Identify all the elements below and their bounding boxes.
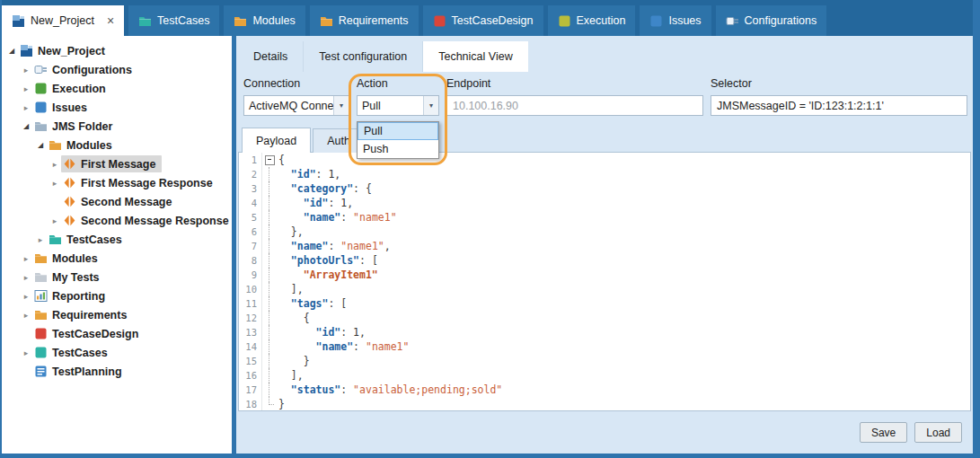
chevron-down-icon[interactable] <box>423 96 438 115</box>
expand-arrow-icon[interactable] <box>20 292 32 301</box>
expand-arrow-icon[interactable] <box>49 160 61 169</box>
tree-item-second-message[interactable]: Second Message <box>2 192 232 211</box>
tab-testcases[interactable]: TestCases <box>128 5 219 36</box>
tab-modules[interactable]: Modules <box>224 5 305 36</box>
expand-arrow-icon[interactable] <box>49 179 61 188</box>
tree-item-label: TestCaseDesign <box>52 328 138 340</box>
save-button[interactable]: Save <box>860 422 907 443</box>
square-blue-icon <box>649 14 663 28</box>
tree-item-testplanning[interactable]: TestPlanning <box>2 362 232 381</box>
code-editor[interactable]: 1{2 "id": 1,3 "category": {4 "id": 1,5 "… <box>238 152 971 411</box>
expand-arrow-icon[interactable] <box>49 216 61 225</box>
code-text: "tags": [ <box>276 296 347 311</box>
expand-arrow-icon[interactable] <box>20 66 32 75</box>
tab-new-project[interactable]: New_Project <box>2 5 124 36</box>
collapse-arrow-icon[interactable] <box>34 141 47 149</box>
tree-item-my-tests[interactable]: My Tests <box>2 268 232 286</box>
code-text: "name": "name1" <box>276 210 397 225</box>
chevron-down-icon[interactable] <box>333 96 349 115</box>
line-number: 18 <box>239 397 262 411</box>
tree-item-label: Reporting <box>52 290 105 303</box>
main-tab-bar: New_ProjectTestCasesModulesRequirementsT… <box>2 0 973 36</box>
tree-item-reporting[interactable]: Reporting <box>2 286 232 305</box>
fold-collapse-icon[interactable] <box>262 153 276 167</box>
folder-teal-icon <box>138 14 152 28</box>
selector-input[interactable]: JMSMessageID = 'ID:123:1:2:1:1' <box>711 95 967 116</box>
tree-item-jms-folder[interactable]: JMS Folder <box>2 117 232 136</box>
project-icon <box>20 44 33 57</box>
tree-item-requirements[interactable]: Requirements <box>2 305 232 324</box>
expand-arrow-icon[interactable] <box>20 84 32 93</box>
tree-item-first-message[interactable]: First Message <box>2 154 232 173</box>
collapse-arrow-icon[interactable] <box>5 47 18 55</box>
line-number: 7 <box>239 239 262 253</box>
tree-item-testcasedesign[interactable]: TestCaseDesign <box>2 324 232 343</box>
tree-item-testcases[interactable]: TestCases <box>2 343 232 362</box>
view-tab-label: Details <box>253 50 287 63</box>
tab-requirements[interactable]: Requirements <box>310 5 419 36</box>
line-number: 13 <box>239 325 262 339</box>
line-number: 8 <box>239 253 262 268</box>
tab-label: TestCases <box>157 14 209 27</box>
tab-issues[interactable]: Issues <box>640 5 711 36</box>
folder-lightgray-icon <box>34 270 48 284</box>
tree-item-new-project[interactable]: New_Project <box>2 41 232 60</box>
tab-execution[interactable]: Execution <box>548 5 636 36</box>
close-icon[interactable] <box>107 14 114 27</box>
tree-item-second-message-response[interactable]: Second Message Response <box>2 211 232 230</box>
tree-item-label: My Tests <box>52 271 100 284</box>
tree-item-execution[interactable]: Execution <box>2 79 232 98</box>
tree-item-modules[interactable]: Modules <box>2 249 232 268</box>
config-icon <box>34 63 48 76</box>
load-button[interactable]: Load <box>914 422 962 443</box>
code-text: } <box>276 397 285 411</box>
expand-arrow-icon[interactable] <box>20 311 32 320</box>
view-tab-test-configuration[interactable]: Test configuration <box>304 41 423 72</box>
collapse-arrow-icon[interactable] <box>20 122 32 130</box>
tree-item-modules[interactable]: Modules <box>2 136 232 154</box>
tab-label: Modules <box>252 14 295 27</box>
square-blue-icon <box>34 101 48 114</box>
config-icon <box>726 14 739 28</box>
editor-tab-payload[interactable]: Payload <box>242 128 311 153</box>
expand-arrow-icon[interactable] <box>20 254 32 263</box>
dropdown-option-push[interactable]: Push <box>358 140 438 158</box>
fold-guide <box>262 325 276 339</box>
view-tab-technical-view[interactable]: Technical View <box>423 41 527 72</box>
tab-configurations[interactable]: Configurations <box>716 5 827 36</box>
endpoint-input[interactable]: 10.100.16.90 <box>446 95 703 116</box>
tab-label: TestCaseDesign <box>452 14 534 27</box>
tree-item-configurations[interactable]: Configurations <box>2 60 232 79</box>
line-number: 14 <box>239 339 262 354</box>
selector-label: Selector <box>711 77 967 95</box>
code-line: 10 ], <box>239 282 970 296</box>
line-number: 4 <box>239 196 262 210</box>
tree-item-content: TestCases <box>32 344 114 361</box>
line-number: 2 <box>239 167 262 181</box>
code-text: "name": "name1" <box>276 339 409 354</box>
expand-arrow-icon[interactable] <box>20 273 32 282</box>
dropdown-option-pull[interactable]: Pull <box>358 122 438 140</box>
tree-item-label: Requirements <box>52 309 127 321</box>
tree-item-content: First Message <box>61 155 162 172</box>
connection-dropdown[interactable]: ActiveMQ Conne <box>243 95 349 116</box>
fold-guide <box>262 311 276 325</box>
action-field-group: Action Pull <box>357 77 439 116</box>
tree-item-first-message-response[interactable]: First Message Response <box>2 173 232 192</box>
project-icon <box>12 14 25 28</box>
tab-testcasedesign[interactable]: TestCaseDesign <box>423 5 543 36</box>
view-tab-details[interactable]: Details <box>238 41 304 72</box>
tree-item-testcases[interactable]: TestCases <box>2 230 232 249</box>
tree-item-issues[interactable]: Issues <box>2 98 232 117</box>
connection-label: Connection <box>243 77 349 95</box>
expand-arrow-icon[interactable] <box>34 235 47 244</box>
tree-item-content: JMS Folder <box>32 118 119 135</box>
expand-arrow-icon[interactable] <box>20 103 32 112</box>
fold-guide <box>262 210 276 225</box>
square-red-icon <box>34 327 48 340</box>
tree-item-content: First Message Response <box>61 174 219 191</box>
expand-arrow-icon[interactable] <box>20 348 32 357</box>
action-dropdown[interactable]: Pull <box>357 95 439 116</box>
folder-teal-icon <box>49 233 62 246</box>
endpoint-label: Endpoint <box>446 77 703 95</box>
